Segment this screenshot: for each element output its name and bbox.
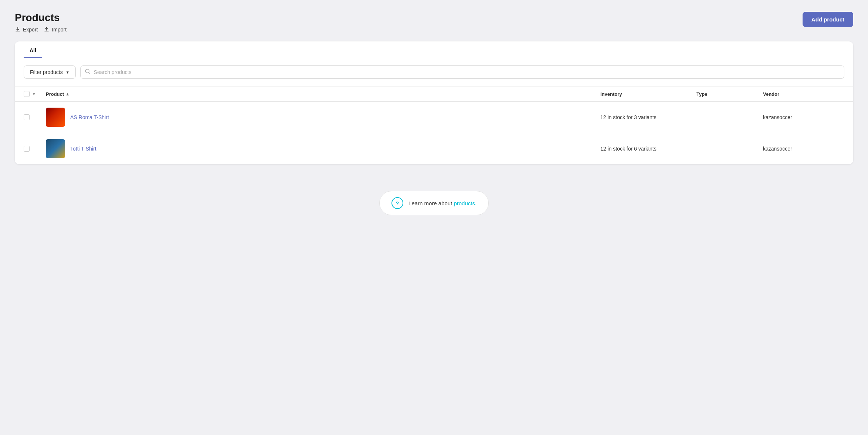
select-all-header[interactable]: ▾ (24, 91, 46, 97)
page-title: Products (15, 12, 67, 24)
sort-asc-icon[interactable]: ▲ (65, 92, 69, 96)
help-text: Learn more about products. (408, 200, 477, 206)
export-button[interactable]: Export (15, 27, 38, 33)
column-header-inventory: Inventory (600, 91, 696, 97)
tab-all[interactable]: All (24, 41, 42, 58)
import-button[interactable]: Import (44, 27, 67, 33)
select-dropdown-icon[interactable]: ▾ (31, 91, 37, 97)
row-checkbox-cell (24, 114, 46, 120)
import-icon (44, 27, 50, 33)
inventory-cell: 12 in stock for 3 variants (600, 114, 696, 120)
filter-bar: Filter products ▼ (15, 58, 853, 87)
help-section: ? Learn more about products. (15, 176, 853, 230)
help-icon: ? (391, 197, 403, 209)
table-header: ▾ Product ▲ Inventory Type Vendor (15, 87, 853, 102)
product-cell: Totti T-Shirt (46, 139, 600, 158)
table-row: AS Roma T-Shirt 12 in stock for 3 varian… (15, 102, 853, 133)
search-icon (85, 68, 91, 76)
product-name-link[interactable]: Totti T-Shirt (70, 146, 96, 152)
row-checkbox-cell (24, 146, 46, 152)
search-input[interactable] (80, 65, 844, 79)
row-checkbox[interactable] (24, 114, 30, 120)
chevron-down-icon: ▼ (66, 70, 69, 74)
column-header-product: Product ▲ (46, 91, 600, 97)
export-icon (15, 27, 21, 33)
product-name-link[interactable]: AS Roma T-Shirt (70, 114, 109, 120)
help-card: ? Learn more about products. (379, 191, 489, 215)
filter-products-button[interactable]: Filter products ▼ (24, 65, 76, 79)
tabs-bar: All (15, 41, 853, 58)
table-body: AS Roma T-Shirt 12 in stock for 3 varian… (15, 102, 853, 164)
products-card: All Filter products ▼ ▾ Product ▲ Invent… (15, 41, 853, 164)
search-wrapper (80, 65, 844, 79)
row-checkbox[interactable] (24, 146, 30, 152)
vendor-cell: kazansoccer (763, 146, 844, 152)
product-thumbnail (46, 108, 65, 127)
product-cell: AS Roma T-Shirt (46, 108, 600, 127)
inventory-cell: 12 in stock for 6 variants (600, 146, 696, 152)
products-help-link[interactable]: products. (454, 200, 477, 206)
add-product-button[interactable]: Add product (803, 12, 853, 27)
column-header-vendor: Vendor (763, 91, 844, 97)
column-header-type: Type (696, 91, 763, 97)
table-row: Totti T-Shirt 12 in stock for 6 variants… (15, 133, 853, 164)
product-thumbnail (46, 139, 65, 158)
select-all-checkbox[interactable] (24, 91, 30, 97)
vendor-cell: kazansoccer (763, 114, 844, 120)
